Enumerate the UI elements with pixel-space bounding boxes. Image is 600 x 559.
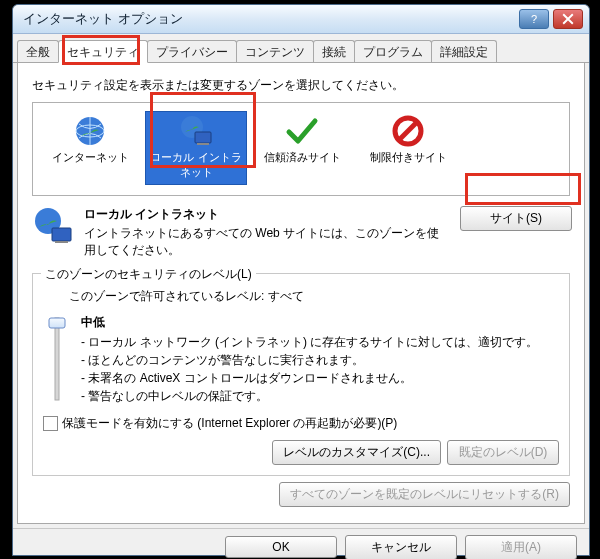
close-button[interactable] <box>553 9 583 29</box>
slider-icon <box>45 314 69 404</box>
help-button[interactable]: ? <box>519 9 549 29</box>
svg-line-6 <box>399 122 417 140</box>
level-points: ローカル ネットワーク (イントラネット) に存在するサイトに対しては、適切です… <box>81 333 559 405</box>
zone-trusted-sites[interactable]: 信頼済みサイト <box>251 111 353 185</box>
tab-programs[interactable]: プログラム <box>354 40 432 62</box>
checkmark-icon <box>254 114 350 148</box>
cancel-button[interactable]: キャンセル <box>345 535 457 560</box>
tab-security[interactable]: セキュリティ <box>58 40 148 63</box>
custom-level-button[interactable]: レベルのカスタマイズ(C)... <box>272 440 441 465</box>
tab-advanced[interactable]: 詳細設定 <box>431 40 497 62</box>
sites-button[interactable]: サイト(S) <box>460 206 572 231</box>
zone-label: ローカル イントラネット <box>148 150 244 180</box>
svg-rect-10 <box>55 318 59 400</box>
protected-mode-checkbox[interactable] <box>43 416 58 431</box>
security-level-slider[interactable] <box>43 313 71 405</box>
security-level-box: このゾーンのセキュリティのレベル(L) このゾーンで許可されているレベル: すべ… <box>32 273 570 476</box>
protected-mode-row[interactable]: 保護モードを有効にする (Internet Explorer の再起動が必要)(… <box>43 415 559 432</box>
window-buttons: ? <box>519 9 583 29</box>
ok-button[interactable]: OK <box>225 536 337 558</box>
zone-label: 制限付きサイト <box>360 150 456 165</box>
globe-icon <box>42 114 138 148</box>
svg-rect-9 <box>55 241 68 243</box>
internet-options-dialog: インターネット オプション ? 全般 セキュリティ プライバシー コンテンツ 接… <box>12 4 590 556</box>
globe-monitor-icon-large <box>32 206 74 246</box>
level-name: 中低 <box>81 313 559 331</box>
reset-all-zones-button[interactable]: すべてのゾーンを既定のレベルにリセットする(R) <box>279 482 570 507</box>
svg-rect-3 <box>195 132 211 143</box>
svg-rect-11 <box>49 318 65 328</box>
dialog-footer: OK キャンセル 適用(A) <box>13 528 589 559</box>
default-level-button[interactable]: 既定のレベル(D) <box>447 440 559 465</box>
apply-button[interactable]: 適用(A) <box>465 535 577 560</box>
close-icon <box>562 13 574 25</box>
globe-monitor-icon <box>148 114 244 148</box>
zone-list: インターネット ローカル イントラネット 信頼済みサイト 制限付きサイト <box>32 102 570 196</box>
tab-content-security: セキュリティ設定を表示または変更するゾーンを選択してください。 インターネット … <box>17 63 585 524</box>
titlebar: インターネット オプション ? <box>13 5 589 34</box>
tab-connections[interactable]: 接続 <box>313 40 355 62</box>
zone-label: 信頼済みサイト <box>254 150 350 165</box>
zone-desc-header: ローカル イントラネット <box>84 206 450 223</box>
tab-strip: 全般 セキュリティ プライバシー コンテンツ 接続 プログラム 詳細設定 <box>13 40 589 63</box>
level-legend: このゾーンのセキュリティのレベル(L) <box>41 266 256 283</box>
protected-mode-label: 保護モードを有効にする (Internet Explorer の再起動が必要)(… <box>62 415 397 432</box>
allowed-levels: このゾーンで許可されているレベル: すべて <box>69 288 559 305</box>
zone-label: インターネット <box>42 150 138 165</box>
tab-privacy[interactable]: プライバシー <box>147 40 237 62</box>
zone-instruction: セキュリティ設定を表示または変更するゾーンを選択してください。 <box>32 77 570 94</box>
tab-general[interactable]: 全般 <box>17 40 59 62</box>
tab-content[interactable]: コンテンツ <box>236 40 314 62</box>
forbidden-icon <box>360 114 456 148</box>
zone-internet[interactable]: インターネット <box>39 111 141 185</box>
svg-rect-8 <box>52 228 71 241</box>
zone-desc-body: イントラネットにあるすべての Web サイトには、このゾーンを使用してください。 <box>84 225 450 259</box>
window-title: インターネット オプション <box>23 10 519 28</box>
svg-rect-4 <box>197 143 209 145</box>
zone-description: ローカル イントラネット イントラネットにあるすべての Web サイトには、この… <box>32 206 570 259</box>
zone-local-intranet[interactable]: ローカル イントラネット <box>145 111 247 185</box>
zone-restricted-sites[interactable]: 制限付きサイト <box>357 111 459 185</box>
